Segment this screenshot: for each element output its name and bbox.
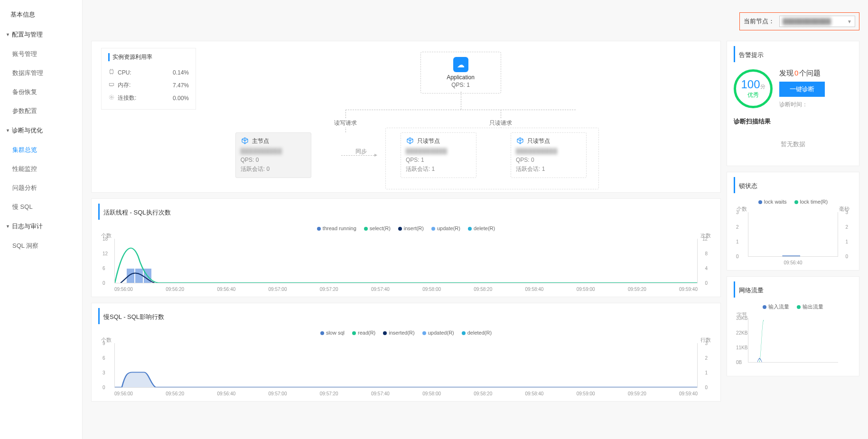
svg-rect-0 (110, 70, 113, 74)
sidebar-item-issue[interactable]: 问题分析 (0, 178, 82, 197)
node-id: ██████████ (406, 148, 471, 154)
chart-lock: 锁状态 lock waitslock time(R) 个数 毫秒 3210321… (727, 172, 859, 271)
chart-curve (748, 318, 838, 362)
master-node[interactable]: 主节点 ██████████ QPS: 0 活跃会话: 0 (235, 132, 311, 178)
sidebar-group-diag[interactable]: ▼诊断与优化 (0, 121, 82, 140)
x-axis-ticks: 09:56:0009:56:2009:56:4009:57:0009:57:20… (114, 391, 698, 396)
resource-value: 0.00% (140, 95, 189, 102)
sidebar-item-sql-insight[interactable]: SQL 洞察 (0, 236, 82, 255)
chart-legend: slow sqlread(R)inserted(R)updated(R)dele… (98, 327, 714, 336)
node-qps: QPS: 0 (241, 156, 306, 165)
chart-legend: 输入流量输出流量 (734, 300, 852, 311)
resource-title: 实例资源利用率 (108, 53, 189, 61)
chevron-down-icon: ▼ (6, 128, 10, 133)
svg-point-9 (111, 96, 112, 98)
chart-plot[interactable]: 个数 次数 18126012840 (98, 232, 714, 293)
node-sessions: 活跃会话: 1 (516, 165, 581, 174)
chart-title: 锁状态 (734, 177, 757, 193)
chevron-down-icon: ▼ (6, 32, 10, 37)
node-title: 只读节点 (417, 137, 440, 145)
caret-down-icon: ▼ (847, 19, 852, 24)
sidebar: 基本信息 ▼配置与管理 账号管理 数据库管理 备份恢复 参数配置 ▼诊断与优化 … (0, 0, 83, 439)
topology-line (461, 92, 461, 110)
sidebar-group-label: 诊断与优化 (12, 126, 43, 135)
no-data-text: 暂无数据 (734, 140, 852, 149)
chart-plot[interactable]: 个数 毫秒 32103210 09:56:40 (734, 205, 852, 266)
score-circle: 100分 优秀 (734, 69, 773, 108)
sidebar-item-param[interactable]: 参数配置 (0, 102, 82, 121)
score-number: 100分 (741, 79, 765, 90)
sidebar-item-perf[interactable]: 性能监控 (0, 159, 82, 178)
sidebar-item-slowsql[interactable]: 慢 SQL (0, 197, 82, 216)
chart-active-threads: 活跃线程 - SQL执行次数 thread runningselect(R)in… (91, 198, 721, 297)
chart-title: 网络流量 (734, 281, 764, 298)
chart-plot[interactable]: 字节 33KB22KB11KB0B (734, 311, 852, 372)
chart-curve (748, 212, 838, 256)
main: 当前节点： ████████████ ▼ 实例资源利用率 CPU: 0.14% (83, 0, 868, 439)
node-sessions: 活跃会话: 1 (406, 165, 471, 174)
score-grade: 优秀 (747, 91, 759, 99)
plot-area: 32103210 (748, 212, 838, 257)
sidebar-item-db[interactable]: 数据库管理 (0, 64, 82, 83)
cube-icon (516, 137, 524, 145)
chart-network: 网络流量 输入流量输出流量 字节 33KB22KB11KB0B (727, 276, 859, 376)
resource-value: 7.47% (140, 82, 189, 89)
alarm-title: 告警提示 (734, 46, 764, 62)
plot-area: 33KB22KB11KB0B (748, 318, 838, 363)
topology-panel: 实例资源利用率 CPU: 0.14% 内存: 7.47% (91, 41, 721, 193)
plot-area: 96303210 (114, 343, 698, 388)
sync-label: 同步 (355, 148, 367, 156)
sidebar-group-log[interactable]: ▼日志与审计 (0, 216, 82, 236)
sidebar-item-basic[interactable]: 基本信息 (0, 5, 82, 25)
memory-icon (108, 81, 118, 89)
node-id: ██████████ (516, 148, 581, 154)
app-node[interactable]: ☁ Application QPS: 1 (420, 52, 501, 93)
readonly-node-1[interactable]: 只读节点 ██████████ QPS: 1 活跃会话: 1 (401, 132, 476, 178)
chart-title: 活跃线程 - SQL执行次数 (98, 204, 171, 220)
x-axis-ticks: 09:56:40 (748, 260, 838, 265)
sync-arrow (341, 155, 374, 156)
resource-label: 内存: (118, 81, 140, 89)
node-qps: QPS: 1 (406, 156, 471, 165)
diagnose-time: 诊断时间： (779, 101, 825, 109)
svg-point-10 (109, 95, 113, 99)
node-value: ████████████ (783, 18, 831, 25)
cloud-icon: ☁ (453, 57, 468, 72)
cube-icon (241, 137, 249, 145)
resource-row-mem: 内存: 7.47% (108, 79, 189, 92)
issue-found: 发现0个问题 (779, 69, 825, 78)
alarm-panel: 告警提示 100分 优秀 发现0个问题 一键诊断 诊断时间： 诊断扫描结果 (727, 41, 859, 166)
chart-curve (115, 239, 697, 283)
readonly-node-2[interactable]: 只读节点 ██████████ QPS: 0 活跃会话: 1 (511, 132, 587, 178)
sidebar-item-overview[interactable]: 集群总览 (0, 140, 82, 159)
app-name: Application (426, 74, 496, 81)
node-select[interactable]: ████████████ ▼ (779, 16, 855, 27)
resource-label: 连接数: (118, 94, 140, 102)
resource-value: 0.14% (140, 69, 189, 76)
resource-label: CPU: (118, 69, 140, 76)
topology-area: ☁ Application QPS: 1 读写请求 只读请求 主节点 (210, 48, 711, 183)
chart-legend: lock waitslock time(R) (734, 196, 852, 205)
cube-icon (406, 137, 414, 145)
node-qps: QPS: 0 (516, 156, 581, 165)
sidebar-item-backup[interactable]: 备份恢复 (0, 83, 82, 102)
diagnose-button[interactable]: 一键诊断 (779, 82, 825, 97)
sidebar-group-config[interactable]: ▼配置与管理 (0, 25, 82, 45)
chart-plot[interactable]: 个数 行数 96303210 09:56:0009:56:2009:56:400… (98, 336, 714, 397)
plot-area: 18126012840 (114, 239, 698, 283)
scan-result-title: 诊断扫描结果 (734, 117, 852, 126)
chart-title: 慢SQL - SQL影响行数 (98, 308, 164, 324)
chart-legend: thread runningselect(R)insert(R)update(R… (98, 223, 714, 232)
connection-icon (108, 94, 118, 102)
sidebar-group-label: 日志与审计 (12, 222, 43, 231)
node-id: ██████████ (241, 148, 306, 154)
svg-rect-5 (109, 84, 113, 86)
topbar: 当前节点： ████████████ ▼ (91, 0, 859, 41)
resource-row-conn: 连接数: 0.00% (108, 92, 189, 104)
chart-curve (115, 343, 697, 387)
sidebar-item-account[interactable]: 账号管理 (0, 45, 82, 64)
chart-slow-sql: 慢SQL - SQL影响行数 slow sqlread(R)inserted(R… (91, 303, 721, 402)
node-title: 主节点 (252, 137, 269, 145)
node-sessions: 活跃会话: 0 (241, 165, 306, 174)
rw-route-label: 读写请求 (332, 119, 359, 127)
